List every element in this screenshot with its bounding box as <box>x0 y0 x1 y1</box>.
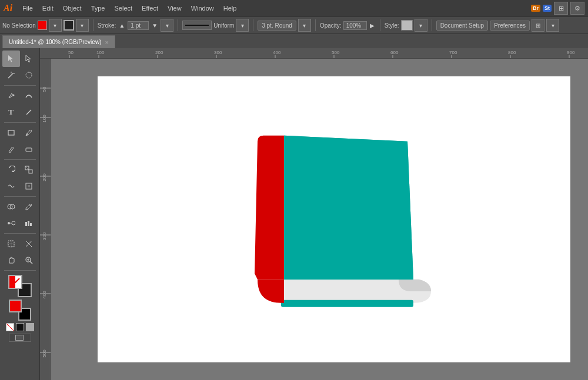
svg-point-6 <box>12 95 14 96</box>
svg-rect-23 <box>25 222 27 226</box>
stroke-label: Stroke: <box>98 22 116 29</box>
direct-select-tool-btn[interactable] <box>20 51 38 67</box>
ruler-left: 50 100 200 300 400 500 <box>40 59 51 380</box>
menu-help[interactable]: Help <box>219 3 241 14</box>
fill-stroke-swatches[interactable] <box>8 275 32 297</box>
eyedropper-btn[interactable] <box>20 199 38 215</box>
svg-text:400: 400 <box>42 291 47 299</box>
arrange-icon[interactable]: ⊞ <box>532 19 544 32</box>
menu-effect[interactable]: Effect <box>138 3 162 14</box>
svg-text:300: 300 <box>42 232 47 240</box>
warp-btn[interactable] <box>2 178 20 194</box>
free-transform-btn[interactable] <box>20 178 38 194</box>
tab-title: Untitled-1* @ 100% (RGB/Preview) <box>9 39 101 45</box>
canvas-workspace[interactable] <box>51 59 588 380</box>
stroke-options-btn[interactable]: ▾ <box>76 19 89 32</box>
stroke-profile-label: Uniform <box>213 22 234 29</box>
foreground-swatch[interactable] <box>8 275 22 289</box>
tab-close-btn[interactable]: × <box>105 39 108 46</box>
menu-bar: Ai File Edit Object Type Select Effect V… <box>0 0 588 16</box>
opacity-input[interactable] <box>343 21 367 30</box>
svg-line-2 <box>8 73 13 78</box>
stroke-profile-display <box>182 21 212 30</box>
fill-options-btn[interactable]: ▾ <box>49 19 62 32</box>
stock-btn[interactable]: St <box>543 5 552 12</box>
preferences-btn[interactable]: Preferences <box>490 21 530 31</box>
stroke-icon <box>64 20 74 31</box>
hand-btn[interactable] <box>2 252 20 268</box>
eraser-btn[interactable] <box>20 141 38 157</box>
style-options-btn[interactable]: ▾ <box>415 19 427 32</box>
stroke-profile-btn[interactable]: ▾ <box>236 19 249 32</box>
stroke-up-btn[interactable]: ▲ <box>118 22 126 29</box>
brush-size-options-btn[interactable]: ▾ <box>298 19 311 32</box>
magic-wand-btn[interactable] <box>2 67 20 83</box>
menu-file[interactable]: File <box>18 3 37 14</box>
svg-rect-24 <box>28 221 29 226</box>
svg-line-7 <box>26 110 31 115</box>
rect-btn[interactable] <box>2 125 20 141</box>
main-area: T <box>0 48 588 380</box>
slice-btn[interactable] <box>20 236 38 252</box>
document-tab[interactable]: Untitled-1* @ 100% (RGB/Preview) × <box>2 35 115 48</box>
svg-line-14 <box>25 166 29 170</box>
tab-bar: Untitled-1* @ 100% (RGB/Preview) × <box>0 34 588 48</box>
document-setup-btn[interactable]: Document Setup <box>436 21 489 31</box>
scale-btn[interactable] <box>20 162 38 178</box>
rotate-btn[interactable] <box>2 162 20 178</box>
menu-type[interactable]: Type <box>87 3 109 14</box>
menu-edit[interactable]: Edit <box>38 3 58 14</box>
stroke-weight-options-btn[interactable]: ▾ <box>161 19 173 32</box>
canvas-area[interactable]: 50 100 200 300 400 500 600 700 8 <box>40 48 588 380</box>
menu-select[interactable]: Select <box>110 3 136 14</box>
svg-line-32 <box>30 261 32 264</box>
svg-point-9 <box>26 133 28 136</box>
svg-text:200: 200 <box>155 50 163 55</box>
none-fill-swatch[interactable] <box>6 323 14 331</box>
bar-chart-btn[interactable] <box>20 215 38 231</box>
lasso-btn[interactable] <box>20 67 38 83</box>
black-swatch[interactable] <box>16 323 24 331</box>
workspace-btn[interactable]: ⊞ <box>554 2 568 15</box>
artboard-btn[interactable] <box>2 236 20 252</box>
svg-rect-16 <box>28 185 30 187</box>
tools-panel: T <box>0 48 40 380</box>
bridge-btn[interactable]: Br <box>531 5 540 12</box>
svg-text:800: 800 <box>508 50 516 55</box>
artboard[interactable] <box>98 76 570 362</box>
line-btn[interactable] <box>20 104 38 120</box>
svg-text:400: 400 <box>273 50 281 55</box>
color-swatch-group <box>8 298 32 322</box>
pen-btn[interactable] <box>2 88 20 104</box>
svg-marker-1 <box>26 55 31 62</box>
arrange-options-btn[interactable]: ▾ <box>546 19 559 32</box>
fill-color-swatch[interactable] <box>38 21 47 30</box>
curvature-btn[interactable] <box>20 88 38 104</box>
type-btn[interactable]: T <box>2 104 20 120</box>
opacity-label: Opacity: <box>320 22 342 29</box>
menu-object[interactable]: Object <box>59 3 86 14</box>
menu-window[interactable]: Window <box>187 3 218 14</box>
select-tool-btn[interactable] <box>2 51 20 67</box>
zoom-btn[interactable] <box>20 252 38 268</box>
opacity-expand-btn[interactable]: ▶ <box>369 22 376 29</box>
fill-swatch[interactable] <box>9 300 22 312</box>
color-controls <box>8 275 32 297</box>
svg-text:100: 100 <box>42 115 47 123</box>
shape-builder-btn[interactable] <box>2 199 20 215</box>
gray-swatch[interactable] <box>26 323 34 331</box>
style-swatch[interactable] <box>401 20 413 31</box>
screen-mode-btn[interactable] <box>9 334 31 342</box>
pencil-btn[interactable] <box>2 141 20 157</box>
svg-text:600: 600 <box>390 50 399 55</box>
stroke-weight-input[interactable] <box>128 21 149 30</box>
paintbrush-btn[interactable] <box>20 125 38 141</box>
options-toolbar: No Selection ▾ ▾ Stroke: ▲ ▼ ▾ Uniform ▾… <box>0 16 588 34</box>
blend-btn[interactable] <box>2 215 20 231</box>
svg-text:500: 500 <box>332 50 340 55</box>
stroke-down-btn[interactable]: ▼ <box>151 22 159 29</box>
sync-btn[interactable]: ⚙ <box>570 2 584 15</box>
brush-size-btn[interactable]: 3 pt. Round <box>258 21 296 31</box>
svg-rect-13 <box>29 170 32 173</box>
menu-view[interactable]: View <box>163 3 186 14</box>
